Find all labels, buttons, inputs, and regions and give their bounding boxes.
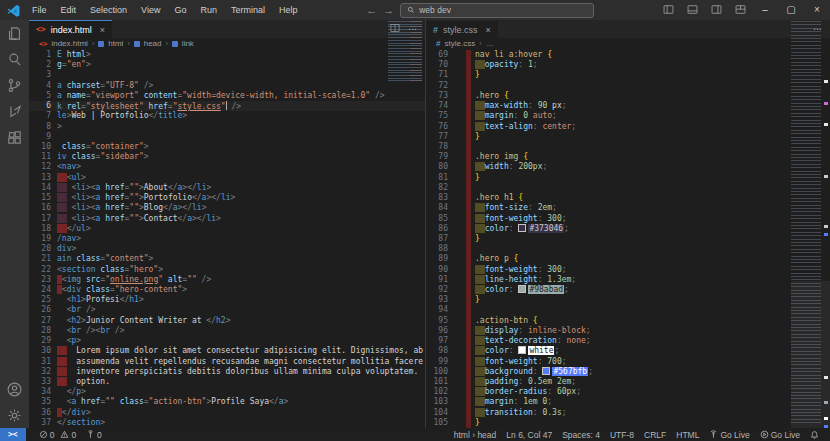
remote-indicator[interactable]: >< xyxy=(0,428,26,441)
code-line[interactable]: 97 text-decoration: none; xyxy=(426,336,830,346)
minimize-button[interactable]: – xyxy=(752,0,778,20)
settings-gear-icon[interactable] xyxy=(0,402,29,428)
eol-sequence[interactable]: CRLF xyxy=(639,430,671,440)
color-swatch-icon[interactable] xyxy=(518,285,526,293)
minimap[interactable] xyxy=(388,21,422,81)
notifications-bell[interactable] xyxy=(805,430,824,440)
code-line[interactable]: 81} xyxy=(426,173,830,183)
customize-layout-icon[interactable] xyxy=(728,1,752,19)
cursor-position[interactable]: Ln 6, Col 47 xyxy=(501,430,557,440)
code-line[interactable]: 28 <br /><br /> xyxy=(29,326,425,336)
source-control-icon[interactable] xyxy=(0,72,29,98)
color-swatch-icon[interactable] xyxy=(518,224,526,232)
code-line[interactable]: 9 xyxy=(29,132,425,142)
search-view-icon[interactable] xyxy=(0,46,29,72)
code-line[interactable]: 36 </div> xyxy=(29,408,425,418)
breadcrumb-right[interactable]: # style.css› … xyxy=(426,38,830,49)
code-line[interactable]: 11iv class="sidebar"> xyxy=(29,152,425,162)
code-line[interactable]: 74 max-width: 90 px; xyxy=(426,101,830,111)
code-line[interactable]: 82 xyxy=(426,183,830,193)
breadcrumb-left[interactable]: <> index.html› html› head› link xyxy=(29,38,425,49)
code-line[interactable]: 6k rel="stylesheet" href="style.css" /> xyxy=(29,101,425,111)
code-line[interactable]: 99 font-weight: 700; xyxy=(426,357,830,367)
minimap-slider[interactable] xyxy=(791,281,830,428)
toggle-sidebar-icon[interactable] xyxy=(656,1,680,19)
run-debug-icon[interactable] xyxy=(0,98,29,124)
code-line[interactable]: 103 margin: 1em 0; xyxy=(426,397,830,407)
code-line[interactable]: 79.hero img { xyxy=(426,152,830,162)
indentation[interactable]: Spaces: 4 xyxy=(557,430,605,440)
menu-file[interactable]: File xyxy=(25,0,54,20)
code-line[interactable]: 96 display: inline-block; xyxy=(426,326,830,336)
command-search-input[interactable]: web dev xyxy=(400,3,594,18)
maximize-button[interactable]: ▢ xyxy=(778,0,804,20)
code-line[interactable]: 84 font-size: 2em; xyxy=(426,203,830,213)
color-swatch-icon[interactable] xyxy=(518,346,526,354)
code-line[interactable]: 85 font-weight: 300; xyxy=(426,214,830,224)
code-line[interactable]: 17 <li><a href="">Contact</a></li> xyxy=(29,214,425,224)
go-live-secondary-button[interactable]: Go Live xyxy=(755,430,805,440)
code-line[interactable]: 105} xyxy=(426,418,830,428)
code-line[interactable]: 23 <img src="online.png" alt="" /> xyxy=(29,275,425,285)
code-line[interactable]: 32 inventore perspiciatis debitis dolori… xyxy=(29,367,425,377)
menu-edit[interactable]: Edit xyxy=(54,0,84,20)
code-line[interactable]: 37</section> xyxy=(29,418,425,428)
code-line[interactable]: 73.hero { xyxy=(426,91,830,101)
close-tab-icon[interactable]: × xyxy=(486,25,491,35)
code-line[interactable]: 91 line-height: 1.3em; xyxy=(426,275,830,285)
code-line[interactable]: 102 border-radius: 60px; xyxy=(426,387,830,397)
code-line[interactable]: 7le>Web | Portofolio</title> xyxy=(29,111,425,121)
code-line[interactable]: 90 font-weight: 300; xyxy=(426,265,830,275)
code-line[interactable]: 94 xyxy=(426,305,830,315)
account-icon[interactable] xyxy=(0,376,29,402)
problems-indicator[interactable]: 0 0 xyxy=(34,430,81,440)
code-line[interactable]: 80 width: 200px; xyxy=(426,162,830,172)
menu-selection[interactable]: Selection xyxy=(83,0,134,20)
code-line[interactable]: 30 Lorem ipsum dolor sit amet consectetu… xyxy=(29,346,425,356)
forward-arrow-icon[interactable]: → xyxy=(383,0,394,20)
status-symbol-path[interactable]: html › head xyxy=(449,430,502,440)
code-line[interactable]: 13 <ul> xyxy=(29,173,425,183)
menu-terminal[interactable]: Terminal xyxy=(224,0,272,20)
code-line[interactable]: 27 <h2>Junior Content Writer at </h2> xyxy=(29,316,425,326)
code-line[interactable]: 78 xyxy=(426,142,830,152)
code-line[interactable]: 26 <br /> xyxy=(29,305,425,315)
code-line[interactable]: 1E html> xyxy=(29,50,425,60)
encoding[interactable]: UTF-8 xyxy=(605,430,639,440)
color-swatch-icon[interactable] xyxy=(542,367,550,375)
back-arrow-icon[interactable]: ← xyxy=(366,0,377,20)
code-line[interactable]: 31 assumenda velit repellendus recusanda… xyxy=(29,357,425,367)
toggle-secondary-sidebar-icon[interactable] xyxy=(704,1,728,19)
menu-view[interactable]: View xyxy=(134,0,167,20)
code-line[interactable]: 25 <h1>Profesi</h1> xyxy=(29,295,425,305)
code-line[interactable]: 8> xyxy=(29,122,425,132)
code-line[interactable]: 19/nav> xyxy=(29,234,425,244)
code-line[interactable]: 69nav li a:hover { xyxy=(426,50,830,60)
code-line[interactable]: 98 color: white; xyxy=(426,346,830,356)
code-line[interactable]: 89.hero p { xyxy=(426,254,830,264)
code-line[interactable]: 14 <li><a href="">About</a></li> xyxy=(29,183,425,193)
code-line[interactable]: 12<nav> xyxy=(29,162,425,172)
code-line[interactable]: 33 option. xyxy=(29,377,425,387)
code-line[interactable]: 95.action-btn { xyxy=(426,316,830,326)
code-line[interactable]: 3 xyxy=(29,70,425,80)
code-line[interactable]: 101 padding: 0.5em 2em; xyxy=(426,377,830,387)
code-line[interactable]: 21ain class="content"> xyxy=(29,254,425,264)
code-line[interactable]: 29 <p> xyxy=(29,336,425,346)
code-line[interactable]: 92 color: #98abad; xyxy=(426,285,830,295)
code-line[interactable]: 24 <div class="hero-content"> xyxy=(29,285,425,295)
menu-go[interactable]: Go xyxy=(167,0,193,20)
code-line[interactable]: 88 xyxy=(426,244,830,254)
code-line[interactable]: 18 </ul> xyxy=(29,224,425,234)
code-line[interactable]: 93} xyxy=(426,295,830,305)
code-line[interactable]: 100 background: #567bfb; xyxy=(426,367,830,377)
code-line[interactable]: 15 <li><a href="">Portofolio</a></li> xyxy=(29,193,425,203)
code-line[interactable]: 72 xyxy=(426,81,830,91)
code-line[interactable]: 2g="en"> xyxy=(29,60,425,70)
go-live-button[interactable]: Go Live xyxy=(704,430,754,440)
code-line[interactable]: 34 </p> xyxy=(29,387,425,397)
code-line[interactable]: 75 margin: 0 auto; xyxy=(426,111,830,121)
code-line[interactable]: 83.hero h1 { xyxy=(426,193,830,203)
code-line[interactable]: 86 color: #373046; xyxy=(426,224,830,234)
code-line[interactable]: 71} xyxy=(426,70,830,80)
